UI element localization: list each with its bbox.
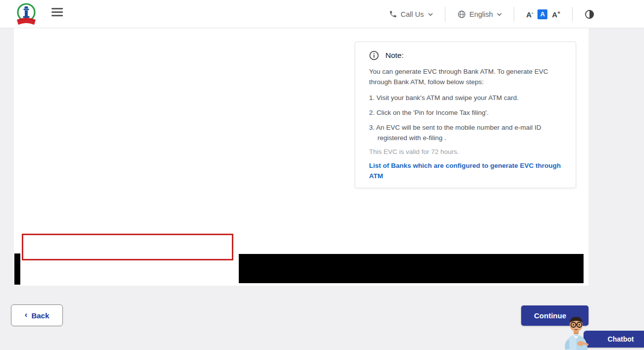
note-step: 3. An EVC will be sent to the mobile num… bbox=[369, 123, 562, 143]
evc-validity-text: This EVC is valid for 72 hours. bbox=[369, 148, 562, 155]
note-panel: Note: You can generate EVC through Bank … bbox=[355, 42, 576, 188]
header-divider bbox=[572, 7, 573, 22]
note-title-row: Note: bbox=[369, 50, 562, 60]
info-icon bbox=[369, 50, 379, 60]
note-step: 2. Click on the 'Pin for Income Tax fili… bbox=[369, 108, 562, 118]
phone-icon bbox=[389, 10, 397, 18]
note-step: 1. Visit your bank's ATM and swipe your … bbox=[369, 93, 562, 103]
bank-list-link[interactable]: List of Banks which are configured to ge… bbox=[369, 160, 562, 182]
chatbot-avatar[interactable] bbox=[555, 315, 597, 350]
note-title: Note: bbox=[385, 51, 404, 60]
chevron-down-icon bbox=[497, 12, 502, 17]
back-button[interactable]: ‹ Back bbox=[11, 304, 63, 326]
redaction-strip bbox=[14, 253, 20, 285]
font-decrease-button[interactable]: A- bbox=[526, 10, 533, 19]
language-label: English bbox=[470, 10, 493, 18]
chevron-down-icon bbox=[428, 12, 433, 17]
menu-hamburger-icon[interactable] bbox=[52, 8, 63, 18]
globe-icon bbox=[457, 10, 466, 19]
call-us-label: Call Us bbox=[401, 10, 424, 18]
call-us-dropdown[interactable]: Call Us bbox=[389, 10, 433, 18]
font-normal-button[interactable]: A bbox=[537, 9, 547, 19]
chatbot-label: Chatbot bbox=[608, 335, 634, 343]
e-verify-page: Call Us English A- A A+ How do you bbox=[0, 0, 644, 350]
chevron-left-icon: ‹ bbox=[25, 310, 28, 320]
top-header: Call Us English A- A A+ bbox=[0, 0, 644, 28]
note-intro: You can generate EVC through Bank ATM. T… bbox=[369, 67, 562, 88]
header-divider bbox=[514, 7, 514, 22]
font-size-controls: A- A A+ bbox=[526, 9, 560, 19]
redaction-bar bbox=[239, 254, 584, 283]
back-button-label: Back bbox=[31, 311, 49, 320]
font-increase-button[interactable]: A+ bbox=[552, 10, 560, 19]
contrast-toggle-icon[interactable] bbox=[585, 9, 594, 19]
language-dropdown[interactable]: English bbox=[457, 10, 502, 19]
header-divider bbox=[445, 7, 445, 22]
income-tax-dept-logo bbox=[15, 2, 38, 26]
header-controls: Call Us English A- A A+ bbox=[389, 0, 594, 28]
